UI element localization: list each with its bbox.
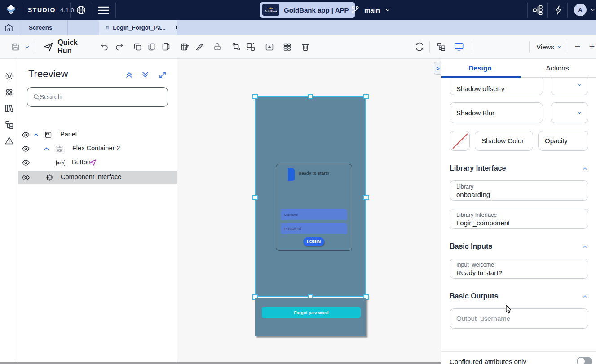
warnings-icon[interactable]	[4, 136, 14, 145]
inspector-collapse-button[interactable]: >	[434, 62, 441, 75]
zoom-out-button[interactable]: −	[572, 35, 583, 58]
search-input[interactable]	[39, 92, 163, 101]
tab-login-forgot-page[interactable]: Login_Forgot_Pa...	[99, 20, 177, 35]
quick-run-button[interactable]: Quick Run	[43, 35, 93, 58]
tree-search	[27, 87, 168, 107]
send-icon	[43, 41, 53, 52]
studio-logo-icon[interactable]	[5, 4, 17, 16]
component-interface-icon	[46, 174, 53, 181]
screens-tab[interactable]: Screens	[29, 24, 53, 31]
redo-button[interactable]	[113, 35, 125, 58]
main-menu-icon[interactable]	[98, 6, 110, 15]
forgot-password-panel[interactable]: Forgot password	[255, 298, 366, 336]
account-menu[interactable]: A	[574, 4, 596, 16]
horizontal-scrollbar[interactable]	[0, 362, 441, 364]
sitemap-icon[interactable]	[532, 4, 543, 16]
selected-screen-panel[interactable]: Ready to start? Username Password LOGIN	[255, 96, 366, 297]
selection-handle[interactable]	[252, 195, 258, 200]
shadow-blur-unit-select[interactable]	[551, 102, 588, 123]
components-grid-button[interactable]	[281, 35, 293, 58]
library-field[interactable]: Library onboarding	[450, 180, 588, 201]
group-button[interactable]	[230, 35, 242, 58]
inspector-panel: Shadow offset-y Shadow Blur Shadow Color…	[441, 59, 596, 364]
tab-design[interactable]: Design	[441, 59, 519, 78]
save-button[interactable]	[9, 35, 22, 58]
forgot-password-button[interactable]: Forgot password	[262, 307, 361, 318]
visibility-eye-icon[interactable]	[22, 145, 30, 153]
undo-button[interactable]	[98, 35, 110, 58]
resize-drag-tab[interactable]	[288, 168, 295, 181]
expand-all-icon[interactable]	[141, 70, 150, 79]
brand-version: 4.1.0	[60, 7, 74, 13]
tab-actions[interactable]: Actions	[519, 59, 596, 78]
visibility-eye-icon[interactable]	[22, 131, 30, 139]
views-dropdown[interactable]: Views	[534, 35, 564, 58]
selection-handle[interactable]	[363, 94, 369, 99]
expand-panel-icon[interactable]	[159, 71, 167, 79]
selection-handle[interactable]	[308, 94, 313, 99]
inspector-footer-divider	[441, 351, 596, 352]
section-basic-inputs[interactable]: Basic Inputs	[450, 242, 588, 250]
tree-item-flex-container[interactable]: Flex Container 2	[18, 143, 177, 155]
tree-item-component-interface[interactable]: Component Interface	[18, 171, 177, 184]
select-chevron-icon	[577, 110, 583, 116]
branch-selector[interactable]: main	[350, 4, 391, 16]
device-preview-button[interactable]	[453, 35, 465, 58]
visibility-eye-icon[interactable]	[22, 173, 30, 182]
collapse-all-icon[interactable]	[125, 70, 133, 79]
treeview-toggle-button[interactable]	[435, 35, 447, 58]
section-chevron-up-icon[interactable]	[582, 165, 588, 172]
input-welcome-field[interactable]: Input_welcome Ready to start?	[450, 259, 588, 279]
zoom-in-button[interactable]: +	[587, 35, 596, 58]
brand-name: STUDIO	[28, 6, 56, 13]
tree-item-button[interactable]: BTN Button	[18, 157, 177, 169]
avatar: A	[574, 4, 587, 16]
library-interface-field[interactable]: Library Interface Login_component	[450, 209, 588, 229]
hierarchy-icon[interactable]	[4, 120, 14, 129]
duplicate-button[interactable]	[132, 35, 143, 58]
shadow-color-swatch-empty[interactable]	[450, 131, 470, 151]
home-icon[interactable]	[4, 23, 13, 32]
section-library-interface[interactable]: Library Interface	[450, 164, 588, 172]
username-input[interactable]: Username	[281, 209, 347, 220]
selection-handle[interactable]	[252, 94, 258, 99]
lock-button[interactable]	[212, 35, 223, 58]
logic-atom-icon[interactable]	[4, 88, 14, 97]
copy-button[interactable]	[146, 35, 157, 58]
copy-style-button[interactable]	[179, 35, 190, 58]
delete-button[interactable]	[299, 35, 311, 58]
shadow-blur-field[interactable]: Shadow Blur	[450, 102, 543, 123]
design-canvas[interactable]: Ready to start? Username Password LOGIN …	[177, 59, 441, 364]
visibility-eye-icon[interactable]	[22, 158, 30, 167]
selection-handle[interactable]	[363, 195, 369, 200]
library-books-icon[interactable]	[4, 104, 14, 113]
add-folder-button[interactable]	[263, 35, 275, 58]
section-basic-outputs[interactable]: Basic Outputs	[450, 292, 588, 300]
password-input[interactable]: Password	[281, 223, 347, 234]
app-pill-label: GoldBank app | APP	[284, 6, 349, 14]
configured-attributes-toggle[interactable]	[577, 357, 592, 364]
bolt-icon[interactable]	[554, 4, 564, 16]
section-chevron-up-icon[interactable]	[582, 293, 588, 300]
account-chevron-down-icon	[589, 7, 596, 13]
refresh-button[interactable]	[413, 35, 425, 58]
login-card[interactable]: Ready to start? Username Password LOGIN	[276, 164, 352, 251]
app-switcher-pill[interactable]: GoldBank GoldBank app | APP	[260, 2, 355, 18]
shadow-offset-y-field[interactable]: Shadow offset-y	[450, 75, 543, 95]
globe-icon[interactable]	[76, 5, 86, 15]
save-options-chevron-icon[interactable]	[22, 35, 31, 58]
settings-gear-icon[interactable]	[4, 71, 14, 81]
section-chevron-up-icon[interactable]	[582, 243, 588, 250]
shadow-color-field[interactable]: Shadow Color	[475, 131, 533, 151]
ungroup-button[interactable]	[244, 35, 256, 58]
collapse-chevron-icon[interactable]	[44, 146, 49, 151]
paint-brush-button[interactable]	[194, 35, 205, 58]
opacity-field[interactable]: Opacity	[538, 131, 588, 151]
paste-button[interactable]	[160, 35, 172, 58]
login-button[interactable]: LOGIN	[303, 237, 324, 246]
page-icon	[106, 24, 109, 31]
collapse-chevron-icon[interactable]	[33, 132, 39, 137]
tree-item-panel[interactable]: Panel	[18, 129, 177, 141]
brand: STUDIO 4.1.0	[28, 6, 74, 13]
output-username-field[interactable]: Output_username	[450, 308, 588, 329]
